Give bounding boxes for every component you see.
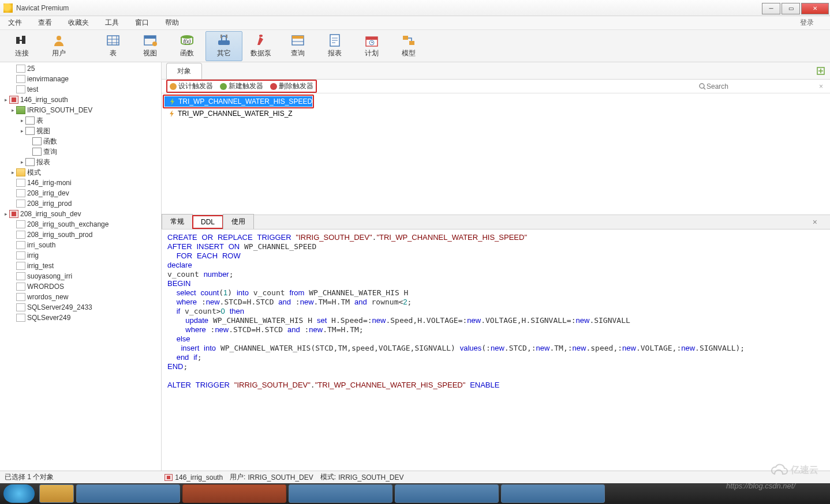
tree-node[interactable]: irrig_test bbox=[0, 261, 161, 271]
tree-node[interactable]: ▸表 bbox=[0, 115, 161, 126]
status-selection: 已选择 1 个对象 bbox=[5, 472, 54, 482]
svg-rect-11 bbox=[226, 35, 227, 38]
list-item[interactable]: TRI_WP_CHANNEL_WATER_HIS_SPEED bbox=[164, 96, 312, 107]
tb-function[interactable]: f(x)函数 bbox=[169, 31, 205, 61]
titlebar: Navicat Premium ─ ▭ ✕ bbox=[0, 0, 830, 16]
tree-node[interactable]: test bbox=[0, 84, 161, 95]
svg-point-6 bbox=[152, 42, 157, 46]
tb-table[interactable]: 表 bbox=[95, 31, 132, 61]
url-watermark: https://blog.csdn.net/ bbox=[726, 482, 795, 490]
tb-other[interactable]: 其它 bbox=[205, 31, 242, 61]
menubar: 文件 查看 收藏夹 工具 窗口 帮助 登录 bbox=[0, 16, 830, 30]
tb-schedule[interactable]: 计划 bbox=[353, 31, 390, 61]
task-item[interactable] bbox=[289, 484, 392, 503]
minimize-button[interactable]: ─ bbox=[762, 3, 780, 14]
tree-node[interactable]: ▸报表 bbox=[0, 157, 161, 167]
db-icon bbox=[164, 474, 173, 481]
tree-node[interactable]: 25 bbox=[0, 63, 161, 74]
task-item[interactable] bbox=[395, 484, 499, 503]
clear-search-icon[interactable]: × bbox=[817, 82, 825, 91]
svg-point-2 bbox=[57, 36, 61, 40]
svg-text:f(x): f(x) bbox=[184, 39, 191, 44]
search-input[interactable]: × bbox=[698, 81, 825, 92]
menu-tools[interactable]: 工具 bbox=[97, 16, 127, 29]
tree-node[interactable]: 146_irrig-moni bbox=[0, 178, 161, 188]
tb-connect[interactable]: 连接 bbox=[3, 31, 40, 61]
app-icon bbox=[3, 3, 13, 13]
tb-datapump[interactable]: 数据泵 bbox=[242, 31, 279, 61]
svg-rect-14 bbox=[292, 36, 304, 39]
tree-node[interactable]: WRORDOS bbox=[0, 281, 161, 292]
status-mode: IRRIG_SOUTH_DEV bbox=[338, 473, 403, 482]
close-button[interactable]: ✕ bbox=[801, 3, 829, 14]
task-item[interactable] bbox=[182, 484, 286, 503]
tree-node[interactable]: 208_irrig_dev bbox=[0, 188, 161, 198]
detail-tabs: 常规 DDL 使用 × bbox=[162, 215, 830, 230]
tree-node[interactable]: ▸208_irrig_souh_dev bbox=[0, 209, 161, 219]
menu-help[interactable]: 帮助 bbox=[157, 16, 187, 29]
svg-point-12 bbox=[259, 35, 263, 37]
tb-view[interactable]: 视图 bbox=[132, 31, 169, 61]
tree-node[interactable]: 208_irrig_prod bbox=[0, 198, 161, 209]
tree-node[interactable]: 208_irrig_south_prod bbox=[0, 230, 161, 240]
tab-ddl[interactable]: DDL bbox=[192, 215, 223, 229]
svg-rect-5 bbox=[144, 36, 156, 39]
tab-objects[interactable]: 对象 bbox=[166, 63, 202, 79]
tree-node[interactable]: suoyasong_irri bbox=[0, 271, 161, 281]
menu-view[interactable]: 查看 bbox=[30, 16, 60, 29]
menu-window[interactable]: 窗口 bbox=[127, 16, 157, 29]
menu-fav[interactable]: 收藏夹 bbox=[60, 16, 97, 29]
login-link[interactable]: 登录 bbox=[792, 16, 830, 29]
task-item[interactable] bbox=[39, 484, 74, 503]
tree-node[interactable]: ▸模式 bbox=[0, 167, 161, 178]
connection-tree[interactable]: 25ienvirmanagetest▸146_irrig_south▸IRRIG… bbox=[0, 62, 162, 471]
menu-file[interactable]: 文件 bbox=[0, 16, 30, 29]
svg-point-22 bbox=[700, 84, 704, 88]
svg-rect-17 bbox=[366, 37, 377, 40]
tree-node[interactable]: irri_south bbox=[0, 240, 161, 250]
delete-trigger-button[interactable]: 删除触发器 bbox=[270, 81, 313, 91]
tree-node[interactable]: ▸IRRIG_SOUTH_DEV bbox=[0, 105, 161, 115]
start-button[interactable] bbox=[3, 484, 35, 503]
windows-taskbar[interactable] bbox=[0, 483, 830, 504]
tree-node[interactable]: irrig bbox=[0, 250, 161, 261]
status-user: IRRIG_SOUTH_DEV bbox=[248, 473, 313, 482]
tb-query[interactable]: 查询 bbox=[279, 31, 316, 61]
object-toolbar: 设计触发器 新建触发器 删除触发器 × bbox=[162, 80, 830, 93]
tree-node[interactable]: 查询 bbox=[0, 146, 161, 157]
svg-rect-20 bbox=[409, 41, 414, 45]
tree-node[interactable]: ▸146_irrig_south bbox=[0, 95, 161, 105]
sql-editor[interactable]: CREATE OR REPLACE TRIGGER "IRRIG_SOUTH_D… bbox=[162, 230, 830, 471]
tree-node[interactable]: ▸视图 bbox=[0, 126, 161, 136]
tree-node[interactable]: SQLSever249 bbox=[0, 313, 161, 323]
tab-usage[interactable]: 使用 bbox=[223, 214, 254, 229]
maximize-button[interactable]: ▭ bbox=[782, 3, 800, 14]
svg-rect-10 bbox=[220, 35, 222, 38]
tree-node[interactable]: 208_irrig_south_exchange bbox=[0, 219, 161, 230]
tree-node[interactable]: 函数 bbox=[0, 136, 161, 146]
tree-node[interactable]: ienvirmanage bbox=[0, 74, 161, 84]
object-tab-row: 对象 bbox=[162, 62, 830, 80]
list-item[interactable]: TRI_WP_CHANNEL_WATER_HIS_Z bbox=[164, 108, 830, 119]
tree-node[interactable]: wrordos_new bbox=[0, 292, 161, 302]
tb-model[interactable]: 模型 bbox=[390, 31, 427, 61]
task-item[interactable] bbox=[501, 484, 605, 503]
new-tab-icon[interactable] bbox=[816, 66, 825, 76]
search-icon bbox=[698, 82, 706, 91]
svg-rect-19 bbox=[403, 36, 408, 40]
svg-rect-0 bbox=[16, 37, 20, 44]
design-trigger-button[interactable]: 设计触发器 bbox=[170, 81, 213, 91]
tree-node[interactable]: SQLServer249_2433 bbox=[0, 302, 161, 313]
svg-rect-3 bbox=[107, 36, 119, 45]
tab-general[interactable]: 常规 bbox=[162, 214, 193, 229]
task-item[interactable] bbox=[76, 484, 180, 503]
svg-rect-9 bbox=[218, 40, 230, 45]
trigger-list[interactable]: TRI_WP_CHANNEL_WATER_HIS_SPEED TRI_WP_CH… bbox=[162, 93, 830, 215]
tb-report[interactable]: 报表 bbox=[316, 31, 353, 61]
close-detail-icon[interactable]: × bbox=[805, 215, 825, 229]
toolbar: 连接 用户 表 视图 f(x)函数 其它 数据泵 查询 报表 计划 模型 bbox=[0, 30, 830, 62]
tb-user[interactable]: 用户 bbox=[40, 31, 77, 61]
status-bar: 已选择 1 个对象 146_irrig_south 用户: IRRIG_SOUT… bbox=[0, 471, 830, 483]
trigger-icon bbox=[169, 98, 176, 105]
new-trigger-button[interactable]: 新建触发器 bbox=[220, 81, 263, 91]
